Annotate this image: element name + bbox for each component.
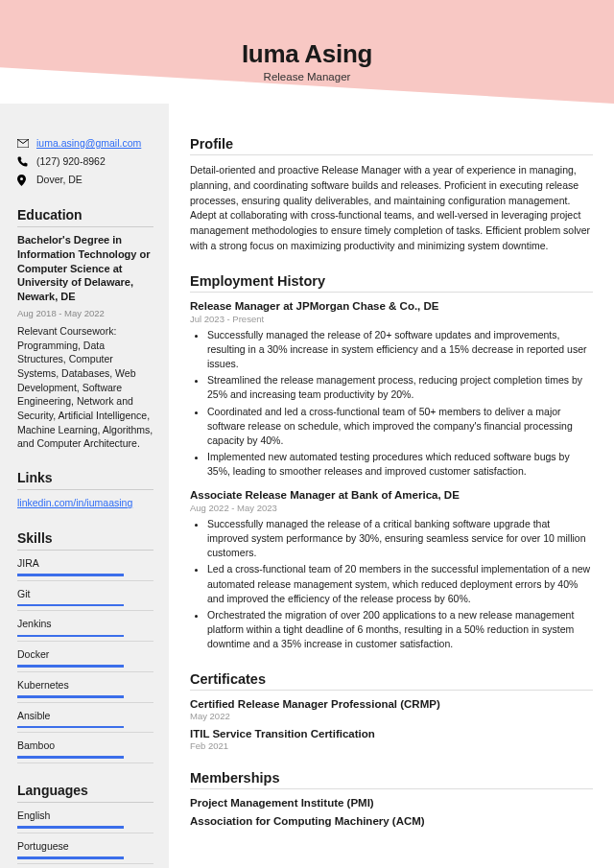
phone-text: (127) 920-8962 [36, 154, 106, 169]
education-period: Aug 2018 - May 2022 [17, 307, 154, 320]
skill-label: Ansible [17, 709, 154, 723]
job-period: Jul 2023 - Present [190, 314, 593, 324]
language-item: Portuguese [17, 839, 154, 864]
job-title: Associate Release Manager at Bank of Ame… [190, 489, 593, 501]
main-content: Profile Detail-oriented and proactive Re… [169, 104, 614, 868]
job-bullet: Led a cross-functional team of 20 member… [207, 562, 593, 606]
job-bullets: Successfully managed the release of a cr… [190, 517, 593, 652]
education-coursework: Relevant Coursework: Programming, Data S… [17, 324, 154, 451]
person-title: Release Manager [264, 71, 351, 82]
links-heading: Links [17, 468, 154, 490]
certificate-title: Certified Release Manager Professional (… [190, 698, 593, 710]
profile-text: Detail-oriented and proactive Release Ma… [190, 163, 593, 254]
profile-section: Profile Detail-oriented and proactive Re… [190, 136, 593, 254]
education-heading: Education [17, 205, 154, 227]
skills-section: Skills JIRAGitJenkinsDockerKubernetesAns… [17, 528, 154, 763]
email-icon [17, 139, 29, 148]
education-degree: Bachelor's Degree in Information Technol… [17, 233, 154, 304]
employment-section: Employment History Release Manager at JP… [190, 273, 593, 652]
employment-heading: Employment History [190, 273, 593, 293]
link-item[interactable]: linkedin.com/in/iumaasing [17, 497, 132, 508]
skill-bar [17, 726, 124, 729]
skill-label: Jenkins [17, 617, 154, 631]
phone-icon [17, 156, 29, 167]
skill-bar [17, 756, 124, 759]
language-item: English [17, 809, 154, 833]
membership-item: Association for Computing Machinery (ACM… [190, 815, 593, 827]
job-bullets: Successfully managed the release of 20+ … [190, 328, 593, 480]
memberships-section: Memberships Project Management Institute… [190, 770, 593, 827]
certificate-entry: Certified Release Manager Professional (… [190, 698, 593, 721]
job-bullet: Orchestrated the migration of over 200 a… [207, 608, 593, 652]
certificate-entry: ITIL Service Transition CertificationFeb… [190, 728, 593, 751]
language-bar [17, 826, 124, 829]
skill-label: JIRA [17, 556, 154, 571]
language-label: English [17, 809, 154, 823]
skill-bar [17, 665, 124, 668]
skill-item: JIRA [17, 556, 154, 581]
skill-item: Ansible [17, 709, 154, 734]
job-title: Release Manager at JPMorgan Chase & Co.,… [190, 300, 593, 312]
job-period: Aug 2022 - May 2023 [190, 503, 593, 513]
languages-section: Languages EnglishPortuguese [17, 781, 154, 864]
certificate-date: Feb 2021 [190, 740, 593, 751]
job-entry: Release Manager at JPMorgan Chase & Co.,… [190, 300, 593, 480]
education-section: Education Bachelor's Degree in Informati… [17, 205, 154, 451]
certificate-date: May 2022 [190, 711, 593, 721]
skills-heading: Skills [17, 528, 154, 551]
membership-item: Project Management Institute (PMI) [190, 797, 593, 809]
email-link[interactable]: iuma.asing@gmail.com [36, 136, 141, 151]
skill-bar [17, 604, 124, 607]
skill-label: Docker [17, 647, 154, 662]
skill-bar [17, 635, 124, 638]
job-bullet: Successfully managed the release of a cr… [207, 517, 593, 561]
job-bullet: Successfully managed the release of 20+ … [207, 328, 593, 372]
language-bar [17, 856, 124, 859]
location-icon [17, 175, 29, 186]
header: Iuma Asing Release Manager [0, 0, 614, 104]
skill-item: Jenkins [17, 617, 154, 642]
contact-email-row: iuma.asing@gmail.com [17, 136, 154, 151]
job-entry: Associate Release Manager at Bank of Ame… [190, 489, 593, 652]
languages-heading: Languages [17, 781, 154, 803]
skill-label: Git [17, 587, 154, 601]
profile-heading: Profile [190, 136, 593, 155]
skill-item: Kubernetes [17, 678, 154, 703]
skill-item: Docker [17, 647, 154, 672]
skill-item: Git [17, 587, 154, 612]
person-name: Iuma Asing [242, 39, 372, 69]
contact-phone-row: (127) 920-8962 [17, 154, 154, 169]
certificates-heading: Certificates [190, 671, 593, 691]
skill-label: Kubernetes [17, 678, 154, 692]
job-bullet: Implemented new automated testing proced… [207, 450, 593, 479]
contact-location-row: Dover, DE [17, 173, 154, 187]
location-text: Dover, DE [36, 173, 83, 187]
certificates-section: Certificates Certified Release Manager P… [190, 671, 593, 751]
job-bullet: Streamlined the release management proce… [207, 373, 593, 402]
links-section: Links linkedin.com/in/iumaasing [17, 468, 154, 511]
skill-label: Bamboo [17, 739, 154, 753]
language-label: Portuguese [17, 839, 154, 854]
sidebar: iuma.asing@gmail.com (127) 920-8962 Dove… [0, 104, 169, 868]
job-bullet: Coordinated and led a cross-functional t… [207, 405, 593, 449]
certificate-title: ITIL Service Transition Certification [190, 728, 593, 739]
skill-bar [17, 695, 124, 698]
skill-item: Bamboo [17, 739, 154, 763]
skill-bar [17, 574, 124, 576]
memberships-heading: Memberships [190, 770, 593, 789]
